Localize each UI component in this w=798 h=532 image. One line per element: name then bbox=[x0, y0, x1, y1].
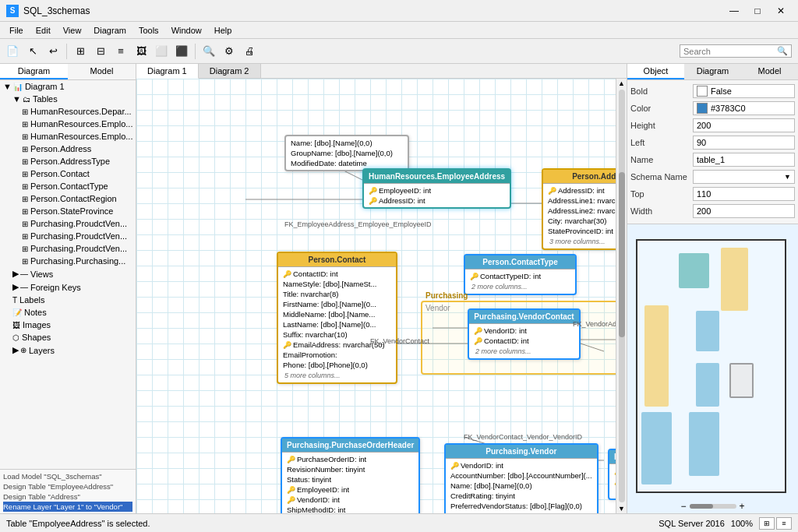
print-tool[interactable]: 🖨 bbox=[240, 42, 259, 61]
sidebar-fk-section[interactable]: ▶ — Foreign Keys bbox=[0, 280, 136, 294]
minimap-viewport[interactable] bbox=[636, 239, 786, 493]
menu-tools[interactable]: Tools bbox=[132, 24, 165, 37]
bold-checkbox[interactable] bbox=[697, 86, 708, 97]
sidebar-item-personaddresstype[interactable]: ⊞ Person.AddressType bbox=[0, 155, 136, 167]
table-hrdepar[interactable]: Name: [dbo].[Name](0,0) GroupName: [dbo]… bbox=[284, 135, 409, 171]
canvas-wrapper[interactable]: Name: [dbo].[Name](0,0) GroupName: [dbo]… bbox=[136, 79, 627, 513]
maximize-button[interactable]: □ bbox=[747, 3, 768, 19]
sidebar-layers-section[interactable]: ▶ ⊕ Layers bbox=[0, 344, 136, 357]
shapes-icon: ⬡ bbox=[12, 333, 19, 342]
view-tool[interactable]: ⊟ bbox=[91, 42, 110, 61]
sidebar-item-purchprodven3[interactable]: ⊞ Purchasing.ProudctVen... bbox=[0, 242, 136, 255]
canvas[interactable]: Name: [dbo].[Name](0,0) GroupName: [dbo]… bbox=[136, 79, 627, 513]
minimap-zoom-track[interactable] bbox=[690, 504, 736, 509]
table-vendor-contact[interactable]: Purchasing.VendorContact 🔑VendorID: int … bbox=[468, 308, 581, 360]
expand-arrow-diagram1[interactable]: ▼ bbox=[3, 82, 12, 91]
diagram-tab-1[interactable]: Diagram 1 bbox=[136, 64, 199, 79]
sidebar-images-section[interactable]: 🖼 Images bbox=[0, 319, 136, 331]
minimap-zoom-thumb[interactable] bbox=[690, 504, 713, 509]
table-purchase-order[interactable]: Purchasing.PurchaseOrderHeader 🔑Purchase… bbox=[281, 437, 420, 513]
sidebar-diagram1[interactable]: ▼ 📊 Diagram 1 bbox=[0, 80, 136, 93]
menu-help[interactable]: Help bbox=[208, 24, 238, 37]
sidebar-item-purchpurch[interactable]: ⊞ Purchasing.Purchasing... bbox=[0, 255, 136, 267]
menu-view[interactable]: View bbox=[57, 24, 88, 37]
close-button[interactable]: ✕ bbox=[770, 3, 792, 19]
prop-value-name[interactable]: table_1 bbox=[693, 153, 795, 167]
export-tool[interactable]: ⬜ bbox=[152, 42, 171, 61]
sidebar-views-section[interactable]: ▶ — Views bbox=[0, 267, 136, 280]
sidebar-item-hremplo1[interactable]: ⊞ HumanResources.Emplo... bbox=[0, 118, 136, 130]
v-scrollbar[interactable]: ▲ ▼ bbox=[616, 79, 627, 513]
sidebar-item-personaddress[interactable]: ⊞ Person.Address bbox=[0, 143, 136, 155]
expand-arrow-layers[interactable]: ▶ bbox=[12, 345, 19, 355]
diagram-tab-2[interactable]: Diagram 2 bbox=[199, 64, 261, 78]
sidebar-item-personcontact[interactable]: ⊞ Person.Contact bbox=[0, 167, 136, 180]
scroll-down-button[interactable]: ▼ bbox=[617, 504, 627, 513]
table-vendor[interactable]: Purchasing.Vendor 🔑VendorID: int Account… bbox=[444, 443, 598, 513]
table-tool[interactable]: ⊞ bbox=[71, 42, 90, 61]
prop-value-height[interactable]: 200 bbox=[693, 118, 795, 132]
zoom-tool[interactable]: 🔍 bbox=[200, 42, 218, 61]
minimize-button[interactable]: — bbox=[723, 3, 745, 19]
sidebar-item-hrdepar[interactable]: ⊞ HumanResources.Depar... bbox=[0, 105, 136, 118]
settings-tool[interactable]: ⚙ bbox=[220, 42, 238, 61]
expand-arrow-views[interactable]: ▶ bbox=[12, 269, 19, 279]
search-input[interactable] bbox=[683, 47, 777, 56]
sidebar-item-hremplo2[interactable]: ⊞ HumanResources.Emplo... bbox=[0, 130, 136, 143]
expand-arrow-tables[interactable]: ▼ bbox=[12, 94, 21, 104]
color-value: #3783C0 bbox=[711, 104, 746, 113]
cursor-tool[interactable]: ↖ bbox=[23, 42, 42, 61]
minimap-zoom-in[interactable]: + bbox=[740, 501, 745, 512]
new-button[interactable]: 📄 bbox=[3, 42, 22, 61]
minimap[interactable]: − + bbox=[627, 224, 798, 513]
color-swatch-box[interactable] bbox=[697, 103, 708, 114]
search-box[interactable]: 🔍 bbox=[680, 44, 792, 58]
table-employee-address[interactable]: HumanResources.EmployeeAddress 🔑Employee… bbox=[362, 168, 511, 209]
right-tab-model[interactable]: Model bbox=[741, 64, 798, 79]
view-btn-grid[interactable]: ⊞ bbox=[759, 517, 775, 530]
v-scroll-thumb[interactable] bbox=[619, 172, 625, 337]
undo-button[interactable]: ↩ bbox=[44, 42, 62, 61]
menu-diagram[interactable]: Diagram bbox=[87, 24, 132, 37]
sidebar-item-personcontactregion[interactable]: ⊞ Person.ContactRegion bbox=[0, 192, 136, 205]
minimap-zoom-out[interactable]: − bbox=[680, 501, 686, 512]
table-person-contact[interactable]: Person.Contact 🔑ContactID: int NameStyle… bbox=[277, 252, 397, 384]
sidebar-item-personstateprv[interactable]: ⊞ Person.StateProvince bbox=[0, 205, 136, 217]
sidebar-notes-section[interactable]: 📝 Notes bbox=[0, 306, 136, 319]
prop-value-left[interactable]: 90 bbox=[693, 136, 795, 150]
prop-value-bold[interactable]: False bbox=[693, 84, 795, 98]
sidebar-item-purchprodven2[interactable]: ⊞ Purchasing.ProudctVen... bbox=[0, 230, 136, 242]
sidebar-tables-section[interactable]: ▼ 🗂 Tables bbox=[0, 93, 136, 105]
prop-value-top[interactable]: 110 bbox=[693, 187, 795, 201]
image-tool[interactable]: 🖼 bbox=[132, 42, 150, 61]
more-cols: 3 more columns... bbox=[449, 511, 594, 513]
sidebar-item-purchprodven1[interactable]: ⊞ Purchasing.ProudctVen... bbox=[0, 217, 136, 230]
scroll-up-button[interactable]: ▲ bbox=[617, 79, 627, 88]
prop-value-schema[interactable]: ▼ bbox=[693, 170, 795, 184]
schema-dropdown-icon[interactable]: ▼ bbox=[784, 173, 791, 181]
col-row: CreditRating: tinyint bbox=[449, 491, 594, 501]
db-version: SQL Server 2016 bbox=[659, 519, 725, 528]
item-label: HumanResources.Emplo... bbox=[30, 132, 132, 141]
v-scroll-track[interactable] bbox=[619, 90, 625, 502]
sidebar-tab-diagram[interactable]: Diagram bbox=[0, 64, 68, 79]
table-person-address[interactable]: Person.Address 🔑AddressID: int AddressLi… bbox=[542, 168, 627, 250]
menu-window[interactable]: Window bbox=[165, 24, 208, 37]
prop-value-color[interactable]: #3783C0 bbox=[693, 101, 795, 115]
align-tool[interactable]: ≡ bbox=[111, 42, 130, 61]
sidebar-shapes-section[interactable]: ⬡ Shapes bbox=[0, 331, 136, 344]
key-icon: 🔑 bbox=[287, 456, 295, 463]
sidebar-tab-model[interactable]: Model bbox=[68, 64, 136, 79]
sidebar-item-personcontacttype[interactable]: ⊞ Person.ContactType bbox=[0, 180, 136, 192]
menu-file[interactable]: File bbox=[3, 24, 30, 37]
menu-edit[interactable]: Edit bbox=[30, 24, 57, 37]
right-tab-diagram[interactable]: Diagram bbox=[684, 64, 741, 79]
right-tab-object[interactable]: Object bbox=[627, 64, 684, 79]
prop-value-width[interactable]: 200 bbox=[693, 204, 795, 218]
table-contact-type[interactable]: Person.ContactType 🔑ContactTypeID: int 2… bbox=[464, 254, 577, 295]
expand-arrow-fk[interactable]: ▶ bbox=[12, 282, 19, 292]
view-btn-list[interactable]: ≡ bbox=[776, 517, 792, 530]
images-icon: 🖼 bbox=[12, 321, 20, 329]
sidebar-labels-section[interactable]: T Labels bbox=[0, 294, 136, 306]
import-tool[interactable]: ⬛ bbox=[172, 42, 191, 61]
